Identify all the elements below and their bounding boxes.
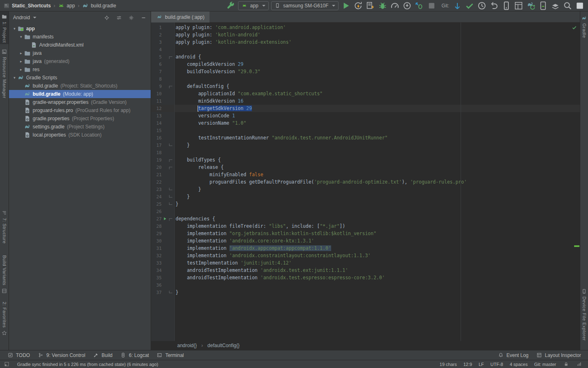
status-indent[interactable]: 4 spaces	[510, 362, 528, 367]
gutter-line-29[interactable]: 29	[151, 230, 174, 237]
tree-item-settings-gradle[interactable]: settings.gradle(Project Settings)	[9, 123, 151, 131]
code-line-28[interactable]: implementation fileTree(dir: "libs", inc…	[175, 222, 580, 230]
tree-item-java[interactable]: ▸java	[9, 49, 151, 57]
gutter-line-20[interactable]: 20	[151, 164, 174, 171]
fold-marker[interactable]	[168, 215, 174, 222]
editor-tab-build-gradle[interactable]: build.gradle (:app)	[151, 11, 209, 22]
tool-button-build[interactable]: Build	[89, 350, 116, 360]
tree-expand-arrow[interactable]: ▾	[11, 76, 18, 80]
code-line-31[interactable]: implementation 'androidx.appcompat:appco…	[175, 245, 580, 252]
tool-button-event-log[interactable]: Event Log	[494, 350, 532, 360]
breadcrumb-android[interactable]: android{}	[177, 343, 197, 348]
gutter-line-32[interactable]: 32	[151, 252, 174, 259]
tool-button-gradle[interactable]: Gradle	[580, 13, 588, 40]
attach-debugger-button[interactable]	[414, 1, 424, 10]
code-line-26[interactable]	[175, 208, 580, 215]
tool-button-logcat[interactable]: 6: Logcat	[116, 350, 153, 360]
gutter-line-6[interactable]: 6	[151, 61, 174, 68]
toolwindow-toggle-icon[interactable]	[3, 361, 10, 368]
code-line-1[interactable]: apply plugin: 'com.android.application'	[175, 24, 580, 31]
project-view-selector[interactable]: Android	[13, 15, 30, 20]
code-line-35[interactable]: androidTestImplementation 'androidx.test…	[175, 274, 580, 281]
gradle-sync-button[interactable]	[526, 1, 536, 10]
code-line-21[interactable]: minifyEnabled false	[175, 171, 580, 178]
search-everywhere-button[interactable]	[563, 1, 572, 10]
code-line-11[interactable]: minSdkVersion 16	[175, 97, 580, 105]
git-commit-button[interactable]	[465, 1, 474, 10]
code-line-16[interactable]: testInstrumentationRunner "androidx.test…	[175, 134, 580, 141]
gutter-line-9[interactable]: 9	[151, 83, 174, 90]
breadcrumb-module[interactable]: app	[67, 3, 75, 9]
fold-marker[interactable]	[168, 289, 174, 296]
gutter-line-12[interactable]: 12	[151, 105, 174, 112]
gutter-line-37[interactable]: 37	[151, 289, 174, 296]
status-git-branch[interactable]: Git: master	[534, 362, 556, 367]
fold-marker[interactable]	[168, 164, 174, 171]
code-line-23[interactable]: }	[175, 186, 580, 193]
tree-expand-arrow[interactable]: ▸	[18, 59, 24, 63]
fold-marker[interactable]	[168, 186, 174, 193]
code-line-27[interactable]: dependencies {	[175, 215, 580, 222]
code-line-24[interactable]: }	[175, 193, 580, 200]
tool-button-todo[interactable]: TODO	[3, 350, 33, 360]
indicator-icon[interactable]	[576, 361, 582, 368]
fold-marker[interactable]	[168, 53, 174, 61]
tree-item-gradle-scripts[interactable]: ▾Gradle Scripts	[9, 74, 151, 82]
code-line-33[interactable]: testImplementation 'junit:junit:4.12'	[175, 259, 580, 267]
gutter-line-33[interactable]: 33	[151, 259, 174, 267]
gutter-line-36[interactable]: 36	[151, 281, 174, 289]
fold-marker[interactable]	[168, 200, 174, 208]
code-line-8[interactable]	[175, 75, 580, 83]
tool-button-favorites[interactable]: 2: Favorites	[0, 300, 9, 338]
code-line-4[interactable]	[175, 46, 580, 53]
gutter-line-17[interactable]: 17	[151, 141, 174, 149]
tool-button-resource-manager[interactable]: Resource Manager	[0, 47, 9, 100]
gutter-line-24[interactable]: 24	[151, 193, 174, 200]
fold-marker[interactable]	[168, 141, 174, 149]
code-line-6[interactable]: compileSdkVersion 29	[175, 61, 580, 68]
tool-button-build-variants[interactable]: Build Variants	[0, 254, 9, 296]
gutter-line-8[interactable]: 8	[151, 75, 174, 83]
tree-expand-arrow[interactable]: ▾	[11, 27, 18, 31]
gutter-line-26[interactable]: 26	[151, 208, 174, 215]
gutter-line-2[interactable]: 2	[151, 31, 174, 38]
gutter-line-18[interactable]: 18	[151, 149, 174, 156]
gutter-line-4[interactable]: 4	[151, 46, 174, 53]
git-rollback-button[interactable]	[489, 1, 499, 10]
tool-button-device-file-explorer[interactable]: Device File Explorer	[580, 286, 588, 342]
tree-item-proguard-rules-pro[interactable]: proguard-rules.pro(ProGuard Rules for ap…	[9, 106, 151, 114]
tree-item-build-gradle[interactable]: build.gradle(Module: app)	[9, 90, 151, 98]
tree-item-build-gradle[interactable]: build.gradle(Project: Static_Shortcuts)	[9, 82, 151, 90]
code-line-20[interactable]: release {	[175, 164, 580, 171]
gutter-line-30[interactable]: 30	[151, 237, 174, 245]
gutter-line-35[interactable]: 35	[151, 274, 174, 281]
wrench-icon[interactable]	[226, 1, 236, 10]
git-history-button[interactable]	[477, 1, 487, 10]
gutter-line-7[interactable]: 7	[151, 68, 174, 75]
code-line-30[interactable]: implementation 'androidx.core:core-ktx:1…	[175, 237, 580, 245]
window-layout-button[interactable]	[575, 1, 585, 10]
tool-button-version-control[interactable]: 9: Version Control	[33, 350, 89, 360]
sdk-manager-button[interactable]	[550, 1, 560, 10]
run-line-icon[interactable]	[162, 215, 168, 222]
attach-profiler-button[interactable]	[402, 1, 412, 10]
gutter-line-16[interactable]: 16	[151, 134, 174, 141]
gutter-line-31[interactable]: 31	[151, 245, 174, 252]
code-line-18[interactable]	[175, 149, 580, 156]
tool-button-structure[interactable]: 7: Structure	[0, 208, 9, 245]
tool-button-layout-inspector[interactable]: Layout Inspector	[532, 350, 585, 360]
layout-inspector-button[interactable]	[514, 1, 523, 10]
hide-panel-icon[interactable]	[140, 14, 147, 21]
gutter-line-13[interactable]: 13	[151, 112, 174, 119]
tree-expand-arrow[interactable]: ▸	[18, 51, 24, 55]
gutter-line-10[interactable]: 10	[151, 90, 174, 97]
gutter-line-14[interactable]: 14	[151, 119, 174, 127]
code-line-36[interactable]	[175, 281, 580, 289]
code-line-10[interactable]: applicationId "com.example.static_shortc…	[175, 90, 580, 97]
gutter-line-28[interactable]: 28	[151, 222, 174, 230]
code-line-3[interactable]: apply plugin: 'kotlin-android-extensions…	[175, 38, 580, 46]
tool-button-project[interactable]: 1: Project	[0, 11, 9, 44]
breadcrumb-project[interactable]: Static_Shortcuts	[12, 3, 51, 9]
code-line-14[interactable]: versionName "1.0"	[175, 119, 580, 127]
gutter-line-21[interactable]: 21	[151, 171, 174, 178]
